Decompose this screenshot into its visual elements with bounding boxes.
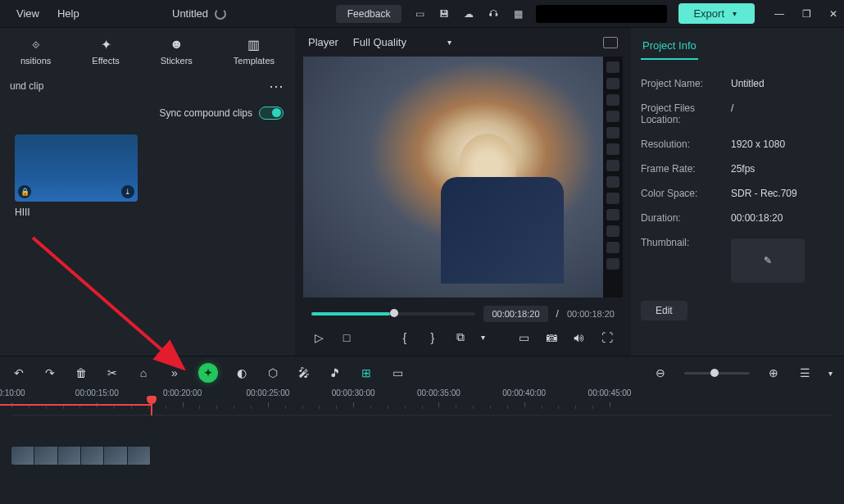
timeline-tracks[interactable]: [0, 447, 844, 465]
selection-zone: [0, 404, 151, 406]
stickers-icon: ☻: [167, 36, 185, 52]
aspect-icon[interactable]: ⧉: [453, 330, 468, 344]
framerate-label: Frame Rate:: [641, 163, 731, 175]
gallery-icon[interactable]: [603, 37, 618, 48]
duration-value: 00:00:18:20: [731, 212, 834, 224]
zoom-slider[interactable]: [684, 372, 750, 375]
player-label: Player: [308, 36, 338, 48]
feedback-button[interactable]: Feedback: [336, 5, 402, 23]
document-title: Untitled: [172, 7, 208, 20]
playhead[interactable]: [151, 401, 152, 415]
timeline: ↶ ↷ 🗑︎ ✂ ⌂ » ✦ ◐ ⬡ 🎤︎ 🎵︎ ⊞ ▭ ⊖ ⊕ ☰ ▾ 0:1…: [0, 356, 844, 504]
headset-icon[interactable]: 🎧︎: [487, 7, 500, 20]
film-strip: [603, 57, 623, 297]
close-button[interactable]: ✕: [829, 8, 837, 20]
minimize-button[interactable]: —: [774, 8, 784, 20]
crop-icon[interactable]: ⌂: [136, 366, 151, 379]
video-content: [303, 57, 603, 297]
music-icon[interactable]: 🎵︎: [328, 366, 343, 379]
project-name-label: Project Name:: [641, 78, 731, 89]
delete-icon[interactable]: 🗑︎: [74, 366, 88, 379]
layout-icon[interactable]: ☰: [797, 366, 812, 379]
zoom-in-icon[interactable]: ⊕: [766, 366, 781, 379]
blackbox: [536, 5, 667, 23]
project-info-tab[interactable]: Project Info: [641, 36, 698, 60]
thumbnail-box[interactable]: ✎: [731, 238, 805, 283]
redo-icon[interactable]: ↷: [43, 366, 57, 379]
clip-header-label: und clip: [10, 80, 43, 92]
mask-icon[interactable]: ⬡: [265, 366, 280, 379]
ai-icon[interactable]: ✦: [198, 363, 218, 383]
transitions-icon: ⟐: [27, 36, 45, 52]
sync-label: Sync compound clips: [160, 107, 252, 119]
scrub-bar[interactable]: [311, 312, 475, 316]
time-sep: /: [556, 308, 559, 320]
thumbnail-label: Thumbnail:: [641, 237, 731, 283]
snapshot-icon[interactable]: 📷︎: [544, 331, 559, 344]
track-clip[interactable]: [11, 447, 151, 465]
adjust-icon[interactable]: ▭: [390, 366, 405, 379]
main-area: ⟐nsitions ✦Effects ☻Stickers ▥Templates …: [0, 28, 844, 356]
volume-icon[interactable]: 🔊︎: [572, 331, 587, 344]
framerate-value: 25fps: [731, 163, 834, 175]
mic-icon[interactable]: 🎤︎: [297, 366, 311, 379]
monitor-icon[interactable]: ▭: [413, 7, 426, 20]
save-icon[interactable]: 💾︎: [438, 7, 451, 20]
lock-icon: 🔒: [18, 185, 31, 198]
tab-transitions[interactable]: ⟐nsitions: [20, 36, 51, 66]
export-button[interactable]: Export▾: [678, 3, 755, 24]
cloud-icon[interactable]: ☁: [462, 7, 475, 20]
video-viewer[interactable]: [303, 57, 623, 297]
colorspace-value: SDR - Rec.709: [731, 188, 834, 199]
undo-icon[interactable]: ↶: [11, 366, 26, 379]
colorspace-label: Color Space:: [641, 188, 731, 199]
screen-icon[interactable]: ▭: [516, 331, 531, 344]
tab-templates[interactable]: ▥Templates: [234, 36, 275, 66]
edit-button[interactable]: Edit: [641, 301, 687, 320]
refresh-icon[interactable]: [215, 8, 226, 20]
player-panel: Player Full Quality▾ 00:00:18:20 / 00:00…: [295, 28, 631, 356]
project-location-value: /: [731, 102, 834, 125]
time-current: 00:00:18:20: [483, 306, 547, 322]
right-panel: Project Info Project Name:Untitled Proje…: [631, 28, 844, 356]
left-panel: ⟐nsitions ✦Effects ☻Stickers ▥Templates …: [0, 28, 295, 356]
resolution-label: Resolution:: [641, 138, 731, 150]
menu-help[interactable]: Help: [57, 7, 79, 20]
cut-icon[interactable]: ✂: [105, 366, 120, 379]
zoom-out-icon[interactable]: ⊖: [653, 366, 668, 379]
chevron-right-icon[interactable]: »: [167, 366, 182, 379]
bracket-in-icon[interactable]: {: [397, 331, 412, 344]
project-location-label: Project Files Location:: [641, 102, 731, 125]
maximize-button[interactable]: ❐: [802, 8, 811, 20]
duration-label: Duration:: [641, 212, 731, 224]
fullscreen-icon[interactable]: ⛶: [600, 331, 615, 344]
effects-icon: ✦: [97, 36, 115, 52]
stop-button[interactable]: □: [339, 331, 354, 344]
color-icon[interactable]: ◐: [234, 366, 249, 379]
resolution-value: 1920 x 1080: [731, 138, 834, 150]
top-bar: View Help Untitled Feedback ▭ 💾︎ ☁ 🎧︎ ▦ …: [0, 0, 844, 28]
clip-name: HIII: [15, 207, 280, 218]
sync-toggle[interactable]: [259, 107, 284, 120]
bracket-out-icon[interactable]: }: [425, 331, 440, 344]
timeline-ruler[interactable]: 0:10:0000:00:15:000:00:20:0000:00:25:000…: [0, 389, 844, 415]
project-name-value: Untitled: [731, 78, 834, 89]
time-total: 00:00:18:20: [567, 309, 615, 319]
play-button[interactable]: ▷: [311, 331, 326, 344]
menu-view[interactable]: View: [16, 7, 39, 20]
pencil-icon: ✎: [764, 255, 772, 266]
tab-stickers[interactable]: ☻Stickers: [161, 36, 193, 66]
templates-icon: ▥: [245, 36, 263, 52]
quality-dropdown[interactable]: Full Quality▾: [353, 36, 451, 48]
tab-effects[interactable]: ✦Effects: [92, 36, 119, 66]
clip-thumbnail[interactable]: 🔒 ⤓: [15, 134, 138, 202]
download-icon: ⤓: [121, 185, 134, 198]
robot-icon[interactable]: ⊞: [359, 366, 374, 379]
grid-icon[interactable]: ▦: [511, 7, 524, 20]
more-icon[interactable]: ⋯: [269, 77, 285, 95]
